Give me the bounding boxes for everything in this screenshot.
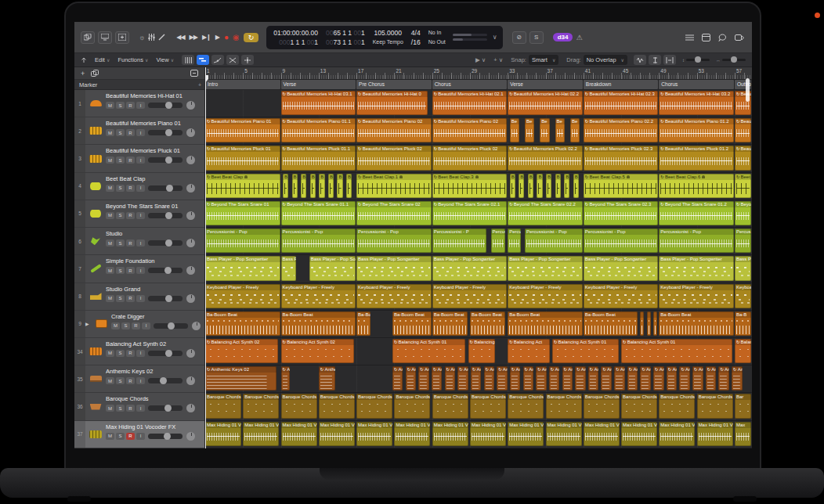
region[interactable]: B bbox=[519, 174, 524, 198]
region[interactable]: Bass Player - Pop Songwriter bbox=[356, 256, 432, 280]
track-name[interactable]: Beautiful Memories Hi-Hat 01 bbox=[106, 92, 204, 99]
region[interactable]: ↻Anthe bbox=[549, 366, 559, 391]
region[interactable]: Baroque Chords bbox=[356, 394, 392, 418]
solo-button[interactable]: S bbox=[529, 31, 544, 44]
region[interactable]: B bbox=[346, 174, 352, 198]
solo-button[interactable]: S bbox=[116, 185, 125, 192]
region[interactable]: ↻Beyond The Stars Snare 01 bbox=[205, 201, 280, 225]
region[interactable]: Ba-B bbox=[735, 311, 751, 336]
mute-button[interactable]: M bbox=[106, 185, 114, 192]
volume-slider[interactable] bbox=[148, 405, 183, 411]
pan-knob[interactable] bbox=[192, 322, 201, 330]
input-monitor-button[interactable]: I bbox=[136, 405, 145, 412]
arrange-area[interactable]: 159131721252933374145495357 IntroVersePr… bbox=[205, 67, 752, 448]
region[interactable]: ↻Balancing bbox=[468, 339, 495, 363]
catch-playhead-icon[interactable] bbox=[81, 56, 87, 63]
panel-display-icon[interactable] bbox=[190, 70, 198, 77]
region[interactable]: Max Hiding 01 V bbox=[697, 422, 733, 446]
volume-slider[interactable] bbox=[148, 103, 183, 108]
horizontal-zoom-slider[interactable]: ↔ bbox=[716, 58, 746, 63]
region[interactable]: ↻Beyond The Stars Snare 01.1 bbox=[281, 201, 356, 225]
region[interactable]: Ba-Boom Beat bbox=[281, 311, 356, 336]
region[interactable]: Baroque Chords bbox=[546, 394, 582, 418]
record-enable-button[interactable]: R bbox=[126, 239, 135, 247]
track-lane[interactable]: Bass Player - Pop SongwriterBass PBass P… bbox=[205, 255, 752, 283]
pan-knob[interactable] bbox=[186, 211, 195, 220]
region[interactable]: ↻Anthe bbox=[457, 366, 468, 391]
solo-button[interactable]: S bbox=[116, 405, 125, 412]
region[interactable]: Percus bbox=[735, 229, 751, 253]
region[interactable]: ↻Beautiful Memories Pluck 02.3 bbox=[584, 146, 659, 170]
region[interactable]: ↻Balancing Act Synth 01 bbox=[392, 339, 465, 363]
volume-slider[interactable] bbox=[148, 351, 183, 356]
region[interactable]: Baroque Chords bbox=[659, 394, 695, 418]
mixer-icon[interactable] bbox=[148, 34, 155, 41]
pan-knob[interactable] bbox=[186, 128, 195, 137]
region[interactable]: Max Hiding 01 V bbox=[394, 422, 430, 446]
quick-help-icon[interactable]: ☼ bbox=[139, 34, 145, 41]
region[interactable]: ↻Beet B bbox=[735, 174, 751, 198]
region[interactable]: ↻Beautiful Memories Pluck 02 bbox=[432, 146, 508, 170]
input-monitor-button[interactable]: I bbox=[136, 267, 145, 274]
region[interactable]: B bbox=[537, 174, 542, 198]
track-row[interactable]: 7Simple FoundationMSRI bbox=[74, 255, 204, 283]
region[interactable]: Bass Player - Pop Songwriter bbox=[205, 256, 280, 280]
mute-button[interactable]: M bbox=[106, 102, 114, 109]
region[interactable]: ↻Anthe bbox=[653, 366, 663, 391]
track-name[interactable]: Balancing Act Synth 02 bbox=[106, 340, 204, 347]
region[interactable]: ↻Beyond The Stars Snare 02.3 bbox=[584, 201, 659, 225]
region[interactable]: ↻Anthe bbox=[281, 366, 290, 391]
pan-knob[interactable] bbox=[186, 294, 195, 303]
volume-slider[interactable] bbox=[154, 323, 188, 329]
region[interactable]: ↻Balanci bbox=[735, 339, 751, 363]
region[interactable]: Percussionist - Pop bbox=[659, 229, 734, 253]
track-row[interactable]: 4Beet Beat ClapMSRI bbox=[74, 173, 204, 200]
workspaces-icon[interactable] bbox=[81, 31, 95, 44]
region[interactable]: Bar bbox=[735, 394, 751, 418]
region[interactable]: Be bbox=[525, 118, 534, 142]
record-enable-button[interactable]: R bbox=[126, 185, 135, 192]
region[interactable]: Be bbox=[570, 118, 580, 142]
region[interactable]: Percus bbox=[491, 229, 505, 253]
crossfade-button[interactable] bbox=[226, 55, 239, 65]
track-row[interactable]: 2Beautiful Memories Piano 01MSRI bbox=[74, 117, 204, 145]
mute-button[interactable]: M bbox=[106, 239, 114, 247]
track-row[interactable]: 6StudioMSRI bbox=[74, 228, 204, 255]
region[interactable]: ↻Anthe bbox=[418, 366, 428, 391]
region[interactable]: Max Hiding 01 V bbox=[621, 422, 657, 446]
region[interactable]: ↻Anthe bbox=[432, 366, 442, 391]
region[interactable]: ↻Anthe bbox=[523, 366, 533, 391]
region[interactable]: Max Hiding 01 V bbox=[281, 422, 317, 446]
region[interactable]: Max Hiding 01 V bbox=[659, 422, 695, 446]
notes-icon[interactable] bbox=[718, 34, 727, 41]
region[interactable]: ↻Balancing Act Synth 02 bbox=[205, 339, 278, 363]
input-monitor-button[interactable]: I bbox=[136, 433, 145, 440]
go-to-end-button[interactable]: ▶❙ bbox=[202, 34, 211, 41]
region[interactable]: ↻Beyond The Stars Snare 02.2 bbox=[508, 201, 583, 225]
add-window-icon[interactable] bbox=[115, 31, 129, 44]
track-name[interactable]: Max Hiding 01 Vocoder FX bbox=[106, 423, 204, 430]
track-row[interactable]: 35Anthemic Keys 02MSRI bbox=[74, 365, 204, 393]
region[interactable]: ↻Beautiful Memo bbox=[735, 146, 751, 170]
solo-button[interactable]: S bbox=[121, 322, 130, 329]
playhead[interactable] bbox=[205, 67, 206, 448]
region[interactable]: Max Hiding 01 V bbox=[546, 422, 582, 446]
arrangement-marker[interactable]: Breakdown bbox=[584, 80, 659, 89]
region[interactable]: B bbox=[573, 174, 579, 198]
region[interactable]: Percussionist - Pop bbox=[356, 229, 432, 253]
volume-slider[interactable] bbox=[148, 130, 183, 135]
region[interactable]: ↻Beet Beat Clap bbox=[205, 174, 280, 198]
bar-ruler[interactable]: 159131721252933374145495357 bbox=[205, 67, 752, 80]
region[interactable]: ↻Beet Beat Clap.3 bbox=[432, 174, 508, 198]
mute-button[interactable]: M bbox=[106, 212, 114, 219]
input-monitor-button[interactable]: I bbox=[136, 295, 145, 302]
solo-button[interactable]: S bbox=[116, 295, 125, 302]
track-lane[interactable]: ↻Beautiful Memories Piano 01↻Beautiful M… bbox=[205, 117, 752, 145]
region[interactable]: Bass Player - Pop Songwriter bbox=[432, 256, 508, 280]
mute-button[interactable]: M bbox=[106, 350, 114, 357]
region[interactable]: Bass Player - Pop Songwriter bbox=[508, 256, 583, 280]
record-enable-button[interactable]: R bbox=[126, 405, 135, 412]
region[interactable]: Bass Player - Pop Songwriter bbox=[659, 256, 734, 280]
region[interactable]: Be bbox=[540, 118, 549, 142]
region[interactable] bbox=[647, 311, 651, 336]
